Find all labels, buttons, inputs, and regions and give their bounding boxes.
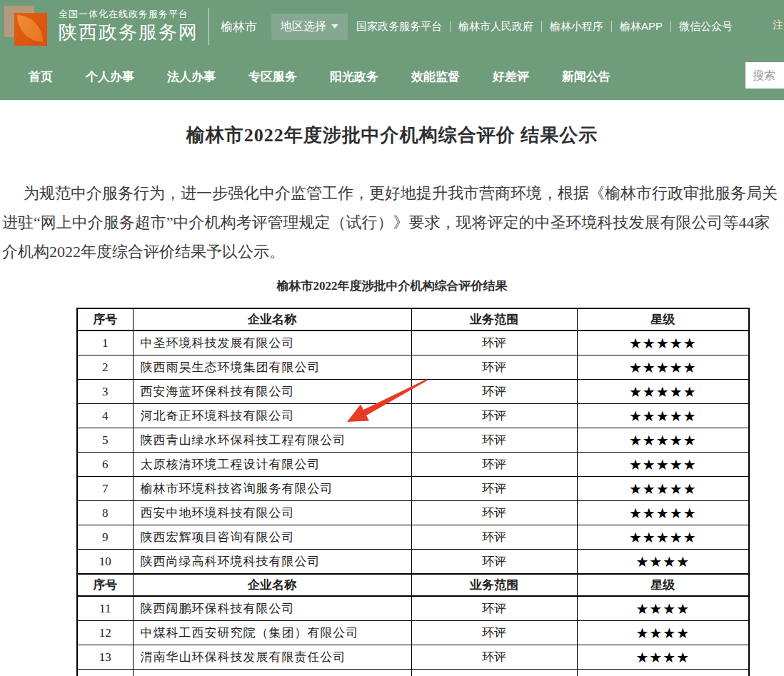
cell-stars [577,670,749,676]
cell-stars: ★★★★★ [577,477,749,501]
cell-name: 陕西青山绿水环保科技工程有限公司 [133,428,411,453]
chevron-down-icon [331,24,338,29]
table-row: 11陕西阔鹏环保科技有限公司环评★★★★ [77,596,749,621]
cell-stars: ★★★★ [577,550,749,575]
cell-name: 河北奇正环境科技有限公司 [133,404,411,428]
top-link-separator [541,21,542,32]
top-link[interactable]: 微信公众号 [679,20,733,34]
cell-stars: ★★★★ [577,596,749,621]
brand-divider [208,8,209,45]
nav-item[interactable]: 新闻公告 [562,69,610,85]
paragraph-line: 为规范中介服务行为，进一步强化中介监管工作，更好地提升我市营商环境，根据《榆林市… [2,178,784,208]
table-row-partial [77,670,749,676]
column-header: 企业名称 [133,308,411,331]
cell-name: 陕西宏辉项目咨询有限公司 [133,525,411,550]
table-row: 2陕西雨昊生态环境集团有限公司环评★★★★★ [77,355,749,380]
cell-scope [411,670,577,676]
cell-no: 6 [77,453,133,477]
column-header: 业务范围 [411,308,577,331]
cell-scope: 环评 [411,596,577,621]
cell-name: 西安中地环境科技有限公司 [133,501,411,525]
top-link-separator [450,21,451,32]
search-input[interactable] [745,62,784,89]
cell-name: 陕西雨昊生态环境集团有限公司 [133,355,411,380]
cell-name: 陕西尚绿高科环境科技有限公司 [133,550,411,575]
cell-name: 陕西阔鹏环保科技有限公司 [133,596,411,621]
nav-item[interactable]: 效能监督 [411,69,460,85]
table-header-row: 序号企业名称业务范围星级 [77,574,749,596]
nav-item[interactable]: 法人办事 [167,69,216,85]
site-logo [4,4,49,49]
table-row: 12中煤科工西安研究院（集团）有限公司环评★★★★ [77,621,749,645]
cell-no: 7 [77,477,133,501]
cell-stars: ★★★★★ [577,501,749,525]
cell-scope: 环评 [411,404,577,428]
cell-stars: ★★★★★ [577,355,749,380]
nav-item[interactable]: 首页 [29,69,53,85]
cell-stars: ★★★★ [577,645,749,670]
table-row: 10陕西尚绿高科环境科技有限公司环评★★★★ [77,550,749,575]
cell-scope: 环评 [411,550,577,575]
nav-item[interactable]: 专区服务 [248,69,297,85]
column-header: 星级 [577,574,749,596]
main-nav: 首页个人办事法人办事专区服务阳光政务效能监督好差评新闻公告 [0,53,784,100]
nav-item[interactable]: 个人办事 [86,69,134,85]
cell-scope: 环评 [411,621,577,645]
cell-no: 1 [77,331,133,355]
column-header: 星级 [577,308,749,331]
cell-scope: 环评 [411,331,577,355]
table-row: 4河北奇正环境科技有限公司环评★★★★★ [77,404,749,428]
cell-stars: ★★★★★ [577,525,749,550]
table-caption: 榆林市2022年度涉批中介机构综合评价结果 [0,278,784,295]
cell-name: 渭南华山环保科技发展有限责任公司 [133,645,411,670]
cell-scope: 环评 [411,525,577,550]
cell-no: 10 [77,550,133,575]
cell-name: 榆林市环境科技咨询服务有限公司 [133,477,411,501]
cell-name: 西安海蓝环保科技有限公司 [133,380,411,404]
cell-no: 4 [77,404,133,428]
cell-no [77,670,133,676]
table-header-row: 序号企业名称业务范围星级 [77,308,749,331]
top-link-separator [670,21,671,32]
results-table-body: 序号企业名称业务范围星级1中圣环境科技发展有限公司环评★★★★★2陕西雨昊生态环… [77,308,749,676]
cell-no: 12 [77,621,133,645]
table-row: 3西安海蓝环保科技有限公司环评★★★★★ [77,380,749,404]
table-row: 7榆林市环境科技咨询服务有限公司环评★★★★★ [77,477,749,501]
header-top-bar: 全国一体化在线政务服务平台 陕西政务服务网 榆林市 地区选择 国家政务服务平台榆… [0,0,784,53]
cell-scope: 环评 [411,477,577,501]
table-row: 9陕西宏辉项目咨询有限公司环评★★★★★ [77,525,749,550]
site-name: 陕西政务服务网 [59,22,198,44]
region-select-button[interactable]: 地区选择 [271,14,348,40]
nav-item[interactable]: 好差评 [493,69,529,85]
table-row: 13渭南华山环保科技发展有限责任公司环评★★★★ [77,645,749,670]
paragraph-line: 进驻“网上中介服务超市”中介机构考评管理规定（试行）》要求，现将评定的中圣环境科… [2,208,784,237]
cell-scope: 环评 [411,355,577,380]
cell-name [133,670,411,676]
column-header: 企业名称 [133,574,411,596]
cell-no: 5 [77,428,133,453]
cell-no: 2 [77,355,133,380]
top-link[interactable]: 榆林小程序 [550,20,603,34]
cell-stars: ★★★★★ [577,331,749,355]
top-link[interactable]: 榆林APP [620,20,663,34]
register-link[interactable]: 注册 [773,19,784,32]
page-title: 榆林市2022年度涉批中介机构综合评价 结果公示 [0,121,784,150]
cell-scope: 环评 [411,453,577,477]
cell-no: 3 [77,380,133,404]
site-header: 全国一体化在线政务服务平台 陕西政务服务网 榆林市 地区选择 国家政务服务平台榆… [0,0,784,100]
nav-item[interactable]: 阳光政务 [330,69,378,85]
cell-no: 13 [77,645,133,670]
top-links: 国家政务服务平台榆林市人民政府榆林小程序榆林APP微信公众号 [356,20,733,34]
region-select-label: 地区选择 [281,19,326,34]
results-table: 序号企业名称业务范围星级1中圣环境科技发展有限公司环评★★★★★2陕西雨昊生态环… [76,308,750,676]
cell-scope: 环评 [411,645,577,670]
cell-stars: ★★★★★ [577,380,749,404]
cell-name: 中煤科工西安研究院（集团）有限公司 [133,621,411,645]
top-link[interactable]: 榆林市人民政府 [458,20,533,34]
announcement-paragraph: 为规范中介服务行为，进一步强化中介监管工作，更好地提升我市营商环境，根据《榆林市… [2,178,784,266]
announcement-article: 榆林市2022年度涉批中介机构综合评价 结果公示 为规范中介服务行为，进一步强化… [0,121,784,676]
top-link[interactable]: 国家政务服务平台 [356,20,442,34]
cell-no: 9 [77,525,133,550]
table-row: 8西安中地环境科技有限公司环评★★★★★ [77,501,749,525]
table-row: 5陕西青山绿水环保科技工程有限公司环评★★★★★ [77,428,749,453]
